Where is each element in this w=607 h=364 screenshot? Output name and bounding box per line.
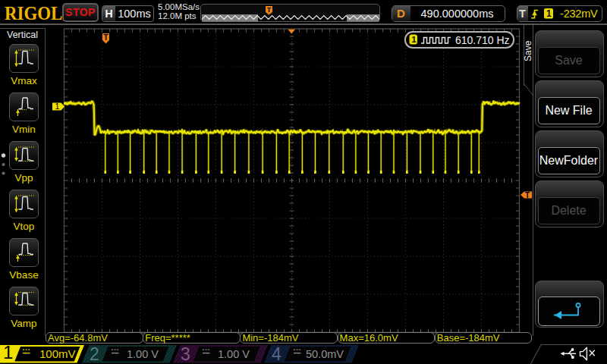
svg-text:-232mV: -232mV [560,8,598,20]
svg-text:2: 2 [90,344,99,364]
svg-text:610.710 Hz: 610.710 Hz [455,33,510,46]
svg-text:4: 4 [272,344,281,364]
svg-text:3: 3 [181,344,190,364]
svg-text:T: T [104,33,109,42]
svg-text:T: T [525,191,530,199]
svg-text:1.00 V: 1.00 V [218,348,250,360]
svg-text:50.0mV: 50.0mV [306,348,344,360]
svg-text:1: 1 [3,342,13,362]
svg-text:T: T [267,6,272,14]
svg-text:100mV: 100mV [39,347,76,360]
svg-text:1: 1 [55,102,60,111]
svg-text:1: 1 [546,8,552,19]
svg-text:1.00 V: 1.00 V [127,348,159,360]
svg-text:1: 1 [411,35,417,44]
